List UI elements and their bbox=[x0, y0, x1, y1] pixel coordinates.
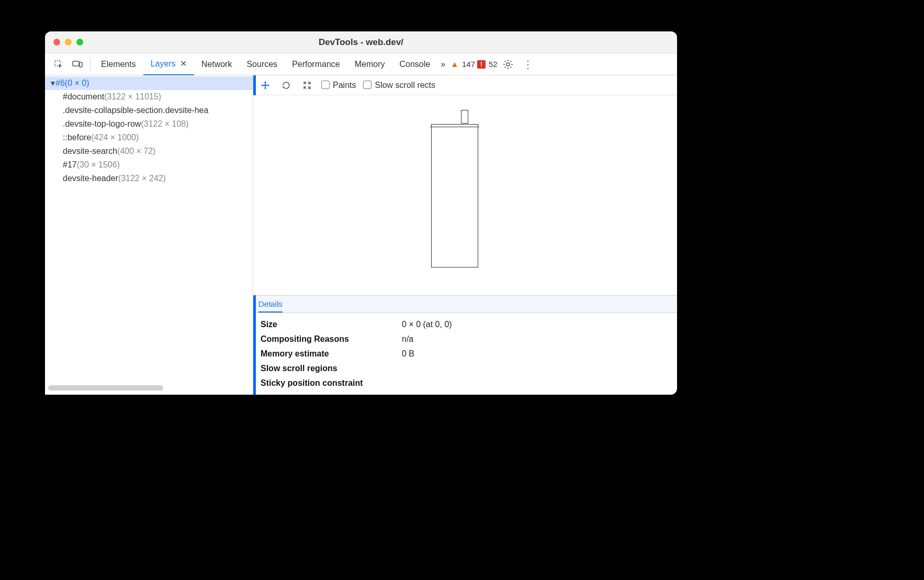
tab-elements[interactable]: Elements bbox=[94, 53, 143, 75]
close-tab-icon[interactable]: ✕ bbox=[180, 59, 187, 69]
prop-key: Sticky position constraint bbox=[261, 376, 391, 391]
prop-key: Size bbox=[261, 317, 391, 332]
layer-name: #17 bbox=[63, 160, 77, 169]
kebab-menu-button[interactable]: ⋮ bbox=[523, 58, 533, 71]
slow-scroll-label: Slow scroll rects bbox=[375, 81, 435, 90]
layer-name: devsite-header bbox=[63, 174, 118, 183]
layer-preview-cap bbox=[461, 110, 468, 124]
tab-label: Console bbox=[400, 60, 431, 69]
disclosure-triangle-icon[interactable]: ▼ bbox=[49, 76, 55, 90]
devtools-window: DevTools - web.dev/ Elements Layers ✕ Ne… bbox=[45, 31, 677, 395]
tab-label: Elements bbox=[101, 60, 136, 69]
layer-name: #6 bbox=[55, 79, 65, 87]
details-tab[interactable]: Details bbox=[258, 296, 283, 313]
layer-name: ::before bbox=[63, 133, 91, 142]
prop-value: 0 × 0 (at 0, 0) bbox=[402, 317, 452, 332]
details-tabbar: Details bbox=[253, 295, 677, 313]
close-window-button[interactable] bbox=[53, 39, 60, 46]
layers-tree: ▼#6(0 × 0) #document(3122 × 11015) .devs… bbox=[45, 75, 253, 185]
prop-row: Compositing Reasonsn/a bbox=[261, 332, 670, 347]
more-tabs-button[interactable]: » bbox=[437, 53, 448, 75]
scrollbar-thumb[interactable] bbox=[48, 385, 163, 391]
prop-key: Compositing Reasons bbox=[261, 332, 391, 347]
layer-tree-row[interactable]: #17(30 × 1506) bbox=[45, 158, 253, 172]
layer-dims: (0 × 0) bbox=[65, 79, 89, 87]
warnings-count: 147 bbox=[462, 60, 475, 69]
inspect-element-icon[interactable] bbox=[51, 57, 66, 72]
errors-badge[interactable]: ! 52 bbox=[477, 60, 498, 69]
layer-dims: (424 × 1000) bbox=[91, 133, 139, 142]
layer-name: devsite-search bbox=[63, 147, 117, 155]
tab-network[interactable]: Network bbox=[194, 53, 240, 75]
tab-sources[interactable]: Sources bbox=[239, 53, 285, 75]
checkbox-icon bbox=[321, 81, 330, 89]
pan-mode-button[interactable] bbox=[258, 79, 272, 92]
window-title: DevTools - web.dev/ bbox=[319, 37, 403, 48]
paints-checkbox[interactable]: Paints bbox=[321, 81, 356, 90]
prop-key: Memory estimate bbox=[261, 347, 391, 361]
traffic-lights bbox=[45, 39, 83, 46]
layer-tree-row[interactable]: ::before(424 × 1000) bbox=[45, 131, 253, 144]
svg-rect-1 bbox=[73, 61, 79, 66]
tab-label: Performance bbox=[292, 60, 340, 69]
layers-tree-sidebar: ▼#6(0 × 0) #document(3122 × 11015) .devs… bbox=[45, 75, 253, 395]
layer-tree-row[interactable]: #document(3122 × 11015) bbox=[45, 90, 253, 104]
layer-preview-box bbox=[431, 124, 478, 267]
layer-dims: (3122 × 242) bbox=[118, 174, 166, 183]
panel-body: ▼#6(0 × 0) #document(3122 × 11015) .devs… bbox=[45, 75, 677, 395]
minimize-window-button[interactable] bbox=[65, 39, 72, 46]
svg-rect-2 bbox=[80, 62, 82, 67]
prop-key: Slow scroll regions bbox=[261, 361, 391, 376]
prop-row: Memory estimate0 B bbox=[261, 347, 670, 361]
layer-tree-row[interactable]: devsite-header(3122 × 242) bbox=[45, 172, 253, 185]
layer-name: #document bbox=[63, 92, 104, 101]
tab-performance[interactable]: Performance bbox=[285, 53, 347, 75]
device-toggle-icon[interactable] bbox=[70, 57, 85, 72]
titlebar: DevTools - web.dev/ bbox=[45, 31, 677, 53]
layer-name: .devsite-collapsible-section.devsite-hea bbox=[63, 106, 208, 115]
prop-row: Size0 × 0 (at 0, 0) bbox=[261, 317, 670, 332]
horizontal-scrollbar[interactable] bbox=[48, 385, 250, 392]
tab-label: Network bbox=[201, 60, 232, 69]
warnings-badge[interactable]: ▲ 147 bbox=[450, 60, 475, 69]
layer-tree-row[interactable]: devsite-search(400 × 72) bbox=[45, 144, 253, 158]
layer-dims: (3122 × 108) bbox=[141, 119, 188, 128]
paints-label: Paints bbox=[333, 81, 356, 90]
layers-viewport[interactable] bbox=[253, 95, 677, 295]
svg-rect-5 bbox=[263, 85, 268, 86]
gear-icon bbox=[503, 59, 513, 70]
warning-icon: ▲ bbox=[450, 60, 459, 69]
rotate-icon bbox=[281, 80, 291, 91]
layer-dims: (3122 × 11015) bbox=[104, 92, 161, 101]
zoom-window-button[interactable] bbox=[76, 39, 83, 46]
collapse-icon bbox=[302, 81, 312, 90]
tab-memory[interactable]: Memory bbox=[347, 53, 392, 75]
slow-scroll-checkbox[interactable]: Slow scroll rects bbox=[363, 81, 435, 90]
layer-dims: (400 × 72) bbox=[117, 147, 155, 155]
tab-label: Sources bbox=[246, 60, 277, 69]
rotate-mode-button[interactable] bbox=[279, 79, 293, 92]
layer-tree-row[interactable]: .devsite-collapsible-section.devsite-hea bbox=[45, 104, 253, 117]
tab-layers[interactable]: Layers ✕ bbox=[143, 53, 194, 75]
tab-label: Layers bbox=[151, 59, 176, 69]
prop-row: Sticky position constraint bbox=[261, 376, 670, 391]
tab-label: Memory bbox=[355, 60, 385, 69]
prop-value: 0 B bbox=[402, 347, 414, 361]
layers-toolbar: Paints Slow scroll rects bbox=[253, 75, 677, 95]
pan-icon bbox=[260, 80, 271, 91]
tab-console[interactable]: Console bbox=[392, 53, 438, 75]
layer-name: .devsite-top-logo-row bbox=[63, 119, 141, 128]
layer-tree-row[interactable]: .devsite-top-logo-row(3122 × 108) bbox=[45, 117, 253, 131]
settings-button[interactable] bbox=[503, 59, 513, 70]
layer-tree-row[interactable]: ▼#6(0 × 0) bbox=[45, 76, 253, 90]
svg-point-3 bbox=[506, 63, 510, 66]
prop-row: Slow scroll regions bbox=[261, 361, 670, 376]
checkbox-icon bbox=[363, 81, 371, 89]
details-props: Size0 × 0 (at 0, 0) Compositing Reasonsn… bbox=[253, 313, 677, 395]
prop-value: n/a bbox=[402, 332, 413, 347]
chevron-right-icon: » bbox=[441, 60, 445, 69]
tabs-toolbar: Elements Layers ✕ Network Sources Perfor… bbox=[45, 53, 677, 75]
reset-view-button[interactable] bbox=[300, 79, 314, 92]
errors-count: 52 bbox=[489, 60, 498, 69]
error-icon: ! bbox=[477, 60, 486, 69]
